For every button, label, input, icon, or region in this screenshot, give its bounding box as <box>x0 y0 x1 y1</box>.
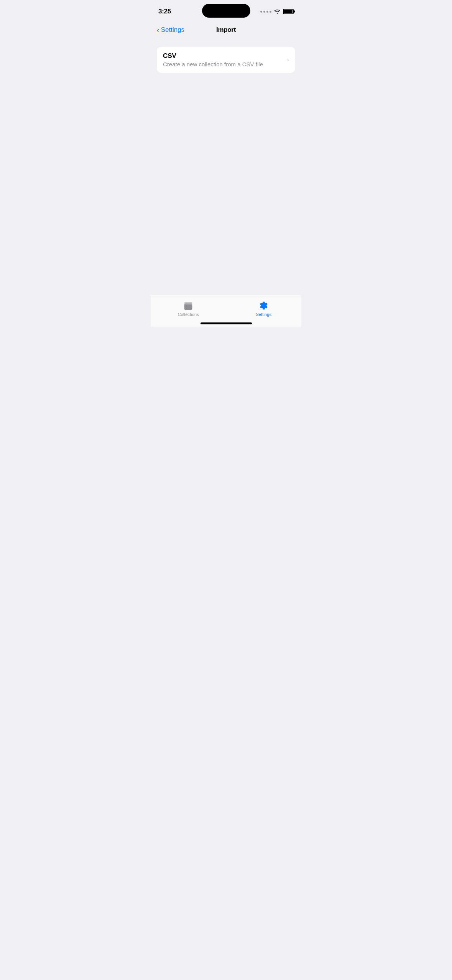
chevron-left-icon: ‹ <box>157 26 159 34</box>
chevron-right-icon: › <box>287 56 289 64</box>
tab-settings-label: Settings <box>256 312 271 317</box>
tab-settings[interactable]: Settings <box>248 301 279 317</box>
back-label: Settings <box>161 26 184 34</box>
tab-collections-label: Collections <box>178 312 199 317</box>
page-title: Import <box>216 26 236 34</box>
csv-list-item[interactable]: CSV Create a new collection from a CSV f… <box>157 47 295 73</box>
battery-icon <box>283 9 294 14</box>
signal-icon <box>260 11 271 13</box>
settings-icon <box>259 301 269 311</box>
tab-bar: Collections Settings <box>151 295 301 327</box>
csv-list-card: CSV Create a new collection from a CSV f… <box>157 47 295 73</box>
main-content: CSV Create a new collection from a CSV f… <box>151 41 301 73</box>
dynamic-island <box>202 4 250 18</box>
status-time: 3:25 <box>158 8 171 15</box>
home-indicator <box>201 322 252 324</box>
tab-collections[interactable]: Collections <box>173 301 204 317</box>
csv-item-title: CSV <box>163 52 287 60</box>
csv-item-subtitle: Create a new collection from a CSV file <box>163 61 287 67</box>
csv-item-text: CSV Create a new collection from a CSV f… <box>163 52 287 67</box>
back-button[interactable]: ‹ Settings <box>157 26 184 34</box>
svg-rect-4 <box>184 305 192 309</box>
status-bar: 3:25 <box>151 0 301 21</box>
wifi-icon <box>274 9 280 14</box>
collections-icon <box>183 301 193 311</box>
nav-bar: ‹ Settings Import <box>151 21 301 41</box>
status-icons <box>260 9 294 14</box>
